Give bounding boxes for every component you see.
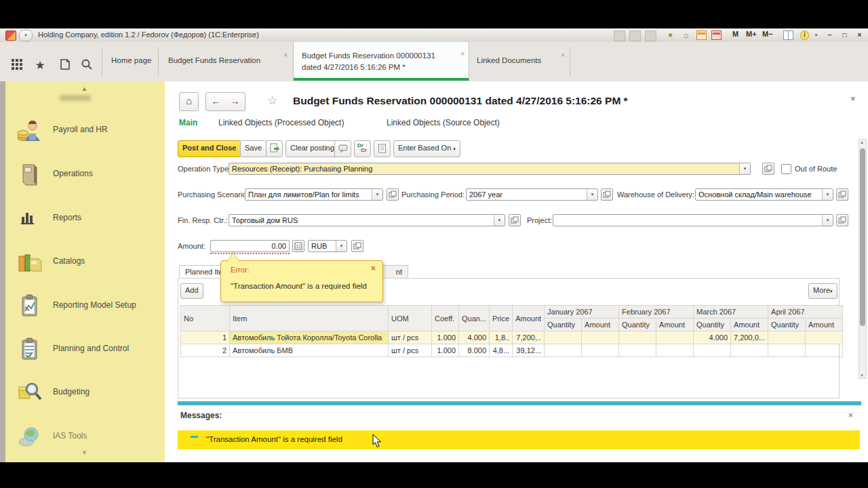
calc-memory-m-plus[interactable]: M+: [746, 30, 757, 38]
favorite-star-icon[interactable]: ☆: [267, 94, 277, 108]
sidebar-scroll-up-icon[interactable]: ▲: [81, 85, 87, 92]
tab-linked-documents[interactable]: Linked Documents ×: [469, 42, 569, 81]
cell-apr-amt[interactable]: [806, 344, 843, 357]
currency-open-button[interactable]: [351, 240, 363, 252]
subcol-quantity[interactable]: Quantity: [768, 319, 806, 331]
enter-based-on-button[interactable]: Enter Based On ▾: [393, 140, 460, 157]
warehouse-open-button[interactable]: [836, 188, 848, 201]
dropdown-icon[interactable]: ▾: [494, 215, 505, 226]
col-price[interactable]: Price: [490, 306, 513, 331]
cell-coeff[interactable]: 1.000: [432, 344, 459, 357]
cell-mar-amt[interactable]: 7,200,0...: [731, 331, 768, 344]
doc-tab-linked-source[interactable]: Linked Objects (Source Object): [387, 118, 500, 127]
warehouse-input[interactable]: Основной склад/Main warehouse ▾: [695, 188, 833, 201]
tab-budget-funds-reservation-doc[interactable]: Budget Funds Reservation 000000131 dated…: [293, 42, 469, 81]
close-document-icon[interactable]: ×: [850, 94, 856, 104]
purchasing-period-open-button[interactable]: [601, 188, 613, 201]
col-coeff[interactable]: Coeff.: [432, 306, 459, 331]
forward-button[interactable]: →: [225, 92, 245, 111]
favorites-icon[interactable]: ★: [33, 58, 47, 73]
favorites-star-icon[interactable]: ★: [665, 30, 675, 40]
calc-memory-m-minus[interactable]: M−: [762, 30, 773, 38]
sidebar-item-payroll-and-hr[interactable]: Payroll and HR: [5, 117, 165, 146]
fin-resp-ctr-open-button[interactable]: [509, 214, 521, 226]
dropdown-icon[interactable]: ▾: [372, 189, 382, 200]
subcol-quantity[interactable]: Quantity: [694, 319, 731, 331]
out-of-route-checkbox[interactable]: [781, 164, 791, 174]
cell-no[interactable]: 2: [181, 344, 230, 357]
tab-home-page[interactable]: Home page: [103, 42, 157, 81]
currency-select[interactable]: RUB ▾: [308, 240, 347, 252]
dropdown-icon[interactable]: ▾: [739, 163, 750, 174]
cell-uom[interactable]: шт / pcs: [389, 331, 432, 344]
table-row[interactable]: 1 Автомобиль Тойота Королла/Toyota Corol…: [181, 331, 843, 344]
home-nav-button[interactable]: ⌂: [179, 92, 199, 111]
app-1c-icon[interactable]: [5, 30, 16, 41]
purchasing-scenario-open-button[interactable]: [387, 188, 399, 201]
project-input[interactable]: ▾: [553, 214, 833, 226]
cell-coeff[interactable]: 1.000: [432, 331, 459, 344]
cell-quantity[interactable]: 4.000: [459, 331, 490, 344]
subcol-amount[interactable]: Amount: [731, 319, 768, 331]
doc-tab-linked-processed[interactable]: Linked Objects (Processed Object): [218, 118, 344, 127]
planned-items-table[interactable]: No Item UOM Coeff. Quan... Price Amount …: [180, 305, 843, 357]
sidebar-item-operations[interactable]: Operations: [5, 161, 165, 190]
split-window-icon[interactable]: [783, 30, 793, 40]
cell-feb-amt[interactable]: [656, 344, 694, 357]
cell-apr-qty[interactable]: [768, 344, 806, 357]
cell-jan-amt[interactable]: [582, 331, 619, 344]
dropdown-icon[interactable]: ▾: [822, 215, 833, 226]
sidebar-item-ias-tools[interactable]: IAS Tools: [5, 423, 165, 453]
subcol-quantity[interactable]: Quantity: [619, 319, 656, 331]
col-item[interactable]: Item: [230, 306, 389, 331]
back-button[interactable]: ←: [205, 92, 226, 111]
cell-mar-qty[interactable]: 4.000: [694, 331, 731, 344]
col-no[interactable]: No: [181, 306, 230, 331]
calculator-icon[interactable]: [711, 30, 722, 40]
operation-type-open-button[interactable]: [762, 163, 774, 175]
cell-price[interactable]: 4,8...: [490, 344, 513, 357]
subcol-quantity[interactable]: Quantity: [545, 319, 582, 331]
cell-quantity[interactable]: 8.000: [459, 344, 490, 357]
cell-jan-qty[interactable]: [545, 331, 582, 344]
clear-posting-button[interactable]: Clear posting: [285, 140, 339, 157]
system-menu-button[interactable]: ▾: [19, 30, 33, 41]
cell-jan-amt[interactable]: [582, 344, 619, 357]
col-month-february[interactable]: February 2067: [619, 306, 694, 319]
cell-feb-qty[interactable]: [619, 344, 656, 357]
add-row-button[interactable]: Add: [180, 283, 203, 299]
amount-calculator-button[interactable]: [292, 240, 304, 252]
cell-apr-amt[interactable]: [806, 331, 843, 344]
home-tool-icon[interactable]: ⌂: [681, 30, 691, 40]
subcol-amount[interactable]: Amount: [656, 319, 694, 331]
cell-no[interactable]: 1: [181, 331, 230, 344]
comment-button[interactable]: [334, 140, 351, 157]
purchasing-period-input[interactable]: 2067 year ▾: [466, 188, 598, 201]
cell-feb-qty[interactable]: [619, 331, 656, 344]
dr-cr-entries-button[interactable]: Dr Cr: [354, 140, 371, 157]
col-month-march[interactable]: March 2067: [694, 306, 768, 319]
sidebar-item-budgeting[interactable]: Budgeting: [5, 379, 165, 409]
document-list-button[interactable]: [374, 140, 391, 157]
cell-apr-qty[interactable]: [768, 331, 806, 344]
sidebar-scroll-down-icon[interactable]: ▼: [81, 449, 87, 456]
main-menu-grid-icon[interactable]: [9, 58, 24, 73]
scroll-down-icon[interactable]: ▼: [860, 373, 864, 378]
purchasing-scenario-input[interactable]: План для лимитов/Plan for limits ▾: [245, 188, 383, 201]
close-tooltip-icon[interactable]: ×: [371, 264, 376, 273]
minimize-button[interactable]: –: [825, 30, 835, 40]
more-button[interactable]: More▾: [808, 283, 837, 299]
cell-item[interactable]: Автомобиль Тойота Королла/Toyota Corolla: [230, 331, 389, 344]
col-uom[interactable]: UOM: [389, 306, 432, 331]
history-icon[interactable]: [57, 58, 72, 73]
dropdown-icon[interactable]: ▾: [822, 189, 833, 200]
cell-amount[interactable]: 39,12...: [513, 344, 545, 357]
close-tab-icon[interactable]: ×: [460, 50, 465, 58]
save-button[interactable]: Save: [240, 140, 267, 157]
tab-budget-funds-reservation-list[interactable]: Budget Funds Reservation ×: [160, 42, 292, 81]
titlebar-caret-icon[interactable]: ▾: [811, 30, 821, 40]
message-row[interactable]: "Transaction Amount" is a required field: [178, 430, 860, 449]
close-tab-icon[interactable]: ×: [561, 52, 565, 59]
cell-uom[interactable]: шт / pcs: [389, 344, 432, 357]
close-window-button[interactable]: ×: [854, 30, 865, 40]
